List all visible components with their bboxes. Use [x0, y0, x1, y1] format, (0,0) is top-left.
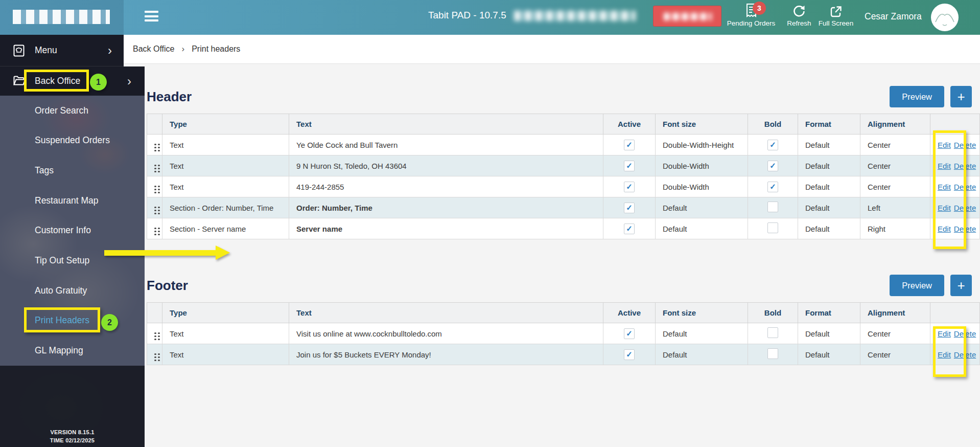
table-row: TextVisit us online at www.cocknbulltole…	[147, 323, 980, 344]
bold-checkbox[interactable]	[767, 202, 778, 212]
drag-handle[interactable]	[147, 323, 162, 344]
drag-handle[interactable]	[147, 155, 162, 176]
type-cell: Text	[162, 323, 289, 344]
header-table: TypeTextActiveFont sizeBoldFormatAlignme…	[147, 114, 980, 239]
drag-handle[interactable]	[147, 176, 162, 197]
bold-checkbox[interactable]	[767, 327, 778, 338]
drag-handle[interactable]	[147, 344, 162, 365]
column-header-blank	[147, 114, 162, 135]
text-cell: 9 N Huron St, Toledo, OH 43604	[289, 155, 603, 176]
table-row: Text9 N Huron St, Toledo, OH 43604✓Doubl…	[147, 155, 980, 176]
bold-checkbox[interactable]: ✓	[767, 161, 778, 171]
sidebar-item-auto-gratuity[interactable]: Auto Gratuity	[0, 276, 145, 306]
footer-add-button[interactable]: +	[950, 275, 972, 296]
footer-table: TypeTextActiveFont sizeBoldFormatAlignme…	[147, 302, 980, 365]
breadcrumb: Back Office › Print headers	[124, 35, 980, 64]
format-cell: Default	[798, 197, 860, 218]
column-header-blank	[930, 303, 980, 323]
blurred-logo-text	[13, 10, 110, 24]
active-checkbox[interactable]: ✓	[624, 328, 635, 339]
drag-handle[interactable]	[147, 135, 162, 155]
active-checkbox[interactable]: ✓	[624, 223, 635, 234]
text-cell: Visit us online at www.cocknbulltoledo.c…	[289, 323, 603, 344]
column-header-type: Type	[162, 303, 289, 323]
sidebar-item-tags[interactable]: Tags	[0, 155, 145, 186]
time-label: TIME 02/12/2025	[0, 437, 145, 445]
header-section-title: Header	[147, 89, 192, 105]
sidebar-item-menu[interactable]: Menu ›	[0, 35, 124, 66]
column-header-text: Text	[289, 114, 603, 135]
edit-link[interactable]: Edit	[938, 329, 951, 338]
table-row: Section - Server nameServer name✓Default…	[147, 218, 980, 239]
type-cell: Text	[162, 176, 289, 197]
drag-handle[interactable]	[147, 197, 162, 218]
sidebar-item-gl-mapping[interactable]: GL Mapping	[0, 336, 145, 366]
sidebar-item-suspended-orders[interactable]: Suspended Orders	[0, 126, 145, 156]
delete-link[interactable]: Delete	[954, 141, 976, 149]
delete-link[interactable]: Delete	[954, 225, 976, 233]
header-table-columns: TypeTextActiveFont sizeBoldFormatAlignme…	[147, 114, 980, 135]
alert-button[interactable]	[653, 6, 721, 27]
alignment-cell: Center	[860, 344, 930, 365]
alignment-cell: Left	[860, 197, 930, 218]
footer-table-columns: TypeTextActiveFont sizeBoldFormatAlignme…	[147, 303, 980, 323]
alignment-cell: Center	[860, 155, 930, 176]
delete-link[interactable]: Delete	[954, 204, 976, 212]
bold-checkbox[interactable]	[767, 348, 778, 359]
actions-cell: EditDelete	[930, 197, 980, 218]
sidebar-item-order-search[interactable]: Order Search	[0, 96, 145, 126]
actions-cell: EditDelete	[930, 344, 980, 365]
column-header-active: Active	[603, 303, 656, 323]
pending-orders-button[interactable]: 3 Pending Orders	[719, 3, 783, 27]
edit-link[interactable]: Edit	[938, 141, 951, 149]
edit-link[interactable]: Edit	[938, 183, 951, 191]
drag-handle-icon[interactable]	[154, 207, 160, 215]
bold-cell	[748, 197, 798, 218]
active-checkbox[interactable]: ✓	[624, 140, 635, 150]
header-preview-button[interactable]: Preview	[890, 86, 944, 107]
delete-link[interactable]: Delete	[954, 350, 976, 359]
delete-link[interactable]: Delete	[954, 162, 976, 170]
bold-checkbox[interactable]: ✓	[767, 140, 778, 150]
text-cell: Ye Olde Cock and Bull Tavern	[289, 135, 603, 155]
top-bar: Tabit PAD - 10.7.5 3 Pending Orders Refr…	[0, 0, 980, 35]
sidebar-item-restaurant-map[interactable]: Restaurant Map	[0, 186, 145, 216]
drag-handle-icon[interactable]	[154, 353, 160, 362]
drag-handle-icon[interactable]	[154, 186, 160, 194]
drag-handle-icon[interactable]	[154, 228, 160, 236]
drag-handle-icon[interactable]	[154, 144, 160, 152]
user-avatar[interactable]	[931, 4, 959, 31]
app-title: Tabit PAD - 10.7.5	[428, 10, 506, 21]
bold-checkbox[interactable]	[767, 222, 778, 233]
delete-link[interactable]: Delete	[954, 329, 976, 338]
column-header-type: Type	[162, 114, 289, 135]
edit-link[interactable]: Edit	[938, 204, 951, 212]
sidebar-item-tip-out-setup[interactable]: Tip Out Setup	[0, 245, 145, 276]
sidebar-item-print-headers[interactable]: Print Headers	[0, 306, 145, 336]
active-checkbox[interactable]: ✓	[624, 203, 635, 213]
edit-link[interactable]: Edit	[938, 225, 951, 233]
edit-link[interactable]: Edit	[938, 162, 951, 170]
sidebar-item-customer-info[interactable]: Customer Info	[0, 216, 145, 246]
refresh-button[interactable]: Refresh	[781, 3, 818, 27]
header-add-button[interactable]: +	[950, 86, 972, 107]
bold-checkbox[interactable]: ✓	[767, 182, 778, 192]
table-row: TextYe Olde Cock and Bull Tavern✓Double-…	[147, 135, 980, 155]
type-cell: Text	[162, 155, 289, 176]
sidebar-item-back-office[interactable]: Back Office ›	[0, 66, 145, 96]
active-checkbox[interactable]: ✓	[624, 161, 635, 171]
hamburger-menu-icon[interactable]	[145, 11, 158, 24]
active-checkbox[interactable]: ✓	[624, 182, 635, 192]
edit-link[interactable]: Edit	[938, 350, 951, 359]
full-screen-button[interactable]: Full Screen	[815, 3, 856, 27]
refresh-icon	[781, 3, 818, 18]
drag-handle-icon[interactable]	[154, 332, 160, 341]
drag-handle-icon[interactable]	[154, 165, 160, 173]
drag-handle[interactable]	[147, 218, 162, 239]
table-row: TextJoin us for $5 Buckets EVERY Monday!…	[147, 344, 980, 365]
column-header-alignment: Alignment	[860, 114, 930, 135]
active-checkbox[interactable]: ✓	[624, 349, 635, 360]
delete-link[interactable]: Delete	[954, 183, 976, 191]
column-header-text: Text	[289, 303, 603, 323]
footer-preview-button[interactable]: Preview	[890, 275, 944, 296]
